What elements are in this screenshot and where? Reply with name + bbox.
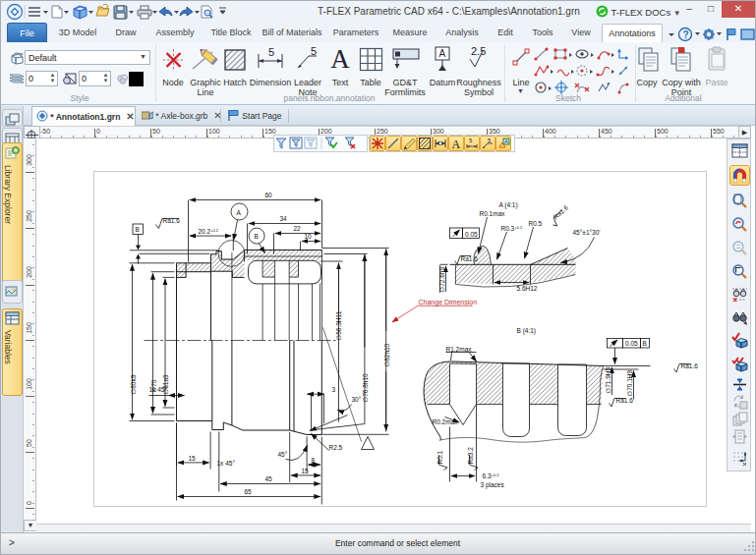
svg-text:R1.2max: R1.2max	[446, 346, 473, 353]
svg-text:3: 3	[332, 386, 336, 393]
svg-text:R0.3+0.2: R0.3+0.2	[501, 225, 523, 232]
svg-text:B (4:1): B (4:1)	[517, 327, 537, 335]
svg-text:B: B	[255, 233, 259, 240]
svg-text:R2.5: R2.5	[329, 444, 343, 451]
svg-text:∅72.6h9: ∅72.6h9	[438, 267, 445, 293]
svg-text:∅80k9: ∅80k9	[130, 374, 137, 394]
svg-text:Ra1.6: Ra1.6	[163, 217, 181, 224]
svg-text:B: B	[136, 226, 140, 233]
svg-text:5: 5	[311, 46, 317, 57]
svg-text:45: 45	[265, 475, 273, 482]
svg-text:22: 22	[294, 225, 302, 232]
svg-text:5: 5	[488, 138, 492, 143]
svg-text:34: 34	[280, 215, 288, 222]
svg-text:3 places: 3 places	[481, 481, 505, 489]
svg-text:6.3+0.2: 6.3+0.2	[483, 472, 500, 479]
svg-text:8: 8	[312, 457, 316, 464]
svg-text:B: B	[643, 340, 647, 347]
svg-text:A: A	[504, 139, 508, 144]
svg-text:A: A	[452, 138, 461, 151]
svg-text:∅70.1H9: ∅70.1H9	[626, 369, 633, 396]
svg-text:5: 5	[268, 46, 274, 58]
svg-text:A (4:1): A (4:1)	[499, 201, 518, 209]
svg-text:∅76.8h10: ∅76.8h10	[362, 373, 369, 403]
svg-text:10: 10	[305, 233, 313, 240]
svg-text:R0.1: R0.1	[436, 450, 443, 464]
svg-text:60: 60	[265, 192, 273, 198]
svg-text:0.05: 0.05	[465, 231, 478, 238]
svg-text:?: ?	[683, 29, 689, 40]
svg-text:∅56.3H11: ∅56.3H11	[335, 310, 342, 340]
svg-text:∅71.9H9: ∅71.9H9	[605, 366, 611, 393]
svg-text:Ra1.6: Ra1.6	[681, 362, 699, 369]
svg-text:Ra1.6: Ra1.6	[552, 203, 569, 220]
svg-text:1x 45°: 1x 45°	[217, 460, 236, 467]
svg-text:A: A	[237, 209, 242, 216]
svg-text:R0.1max: R0.1max	[480, 210, 506, 217]
svg-text:A: A	[439, 48, 446, 59]
svg-text:Ra1.6: Ra1.6	[461, 255, 479, 262]
svg-text:0.05: 0.05	[625, 340, 638, 347]
svg-text:5: 5	[469, 138, 473, 143]
svg-text:R0.2max: R0.2max	[433, 418, 459, 425]
svg-text:65: 65	[245, 488, 253, 495]
svg-text:45°: 45°	[278, 451, 288, 458]
svg-text:30°: 30°	[352, 396, 362, 403]
svg-text:5.6H12: 5.6H12	[517, 285, 538, 292]
svg-text:1x 45°: 1x 45°	[149, 386, 168, 393]
svg-text:45°±1°30': 45°±1°30'	[573, 229, 601, 236]
svg-text:Change Dimension: Change Dimension	[419, 299, 478, 306]
svg-text:Ra1.6: Ra1.6	[616, 397, 634, 404]
svg-text:20.2+0.2: 20.2+0.2	[199, 228, 219, 235]
svg-text:15: 15	[302, 468, 310, 474]
svg-text:Ra3.2: Ra3.2	[467, 447, 474, 465]
svg-text:15: 15	[189, 455, 197, 462]
svg-text:∅82h10: ∅82h10	[383, 343, 390, 366]
svg-text:R0.5: R0.5	[529, 220, 543, 227]
svg-text:2.5: 2.5	[471, 45, 486, 57]
